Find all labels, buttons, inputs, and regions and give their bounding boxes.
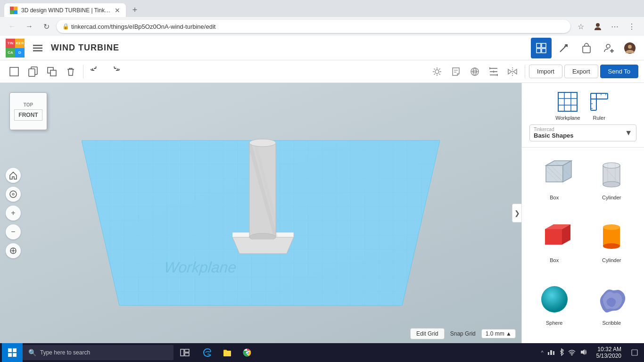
canvas-area[interactable]: TOP FRONT + − [0,83,521,343]
start-button[interactable] [2,343,23,362]
collapse-panel-button[interactable]: ❯ [512,204,521,222]
svg-rect-0 [10,7,14,10]
file-explorer-button[interactable] [218,343,237,362]
shape-label-box-red: Box [550,257,559,263]
taskbar-clock[interactable]: 10:32 AM 5/13/2020 [593,346,625,359]
hamburger-menu-button[interactable] [30,41,45,56]
shape-label-cylinder-wireframe: Cylinder [602,195,621,200]
reload-button[interactable]: ↻ [40,20,53,33]
logo-br: D [15,48,25,58]
svg-text:Workplane: Workplane [164,259,237,276]
duplicate-button[interactable] [43,63,60,80]
shape-item-cylinder-orange[interactable]: Cylinder [585,216,639,275]
forward-button[interactable]: → [23,20,36,33]
svg-rect-103 [185,353,189,356]
grid-3d-icon [536,42,547,54]
lock-icon: 🔒 [62,23,69,30]
edge-button[interactable] [198,343,217,362]
shape-item-box-wireframe[interactable]: Box [528,153,581,212]
tinker-button[interactable] [553,38,574,58]
svg-rect-102 [185,349,189,352]
tinkercad-logo[interactable]: TIN KER CA D [6,39,25,58]
address-input[interactable]: 🔒 tinkercad.com/things/eIBp5Oz0OnA-wind-… [57,20,570,33]
bookmark-button[interactable]: ☆ [574,20,587,33]
chevron-right-icon: ❯ [514,209,520,217]
undo-button[interactable] [87,63,104,80]
wifi-icon[interactable] [568,349,576,357]
svg-rect-7 [33,50,42,51]
shape-item-box-red[interactable]: Box [528,216,581,275]
redo-button[interactable] [106,63,123,80]
notes-button[interactable] [447,63,464,80]
new-workplane-button[interactable] [6,63,23,80]
new-tab-button[interactable]: + [128,3,141,16]
taskbar: 🔍 Type here to search [0,343,644,362]
show-hidden-icons-button[interactable]: ^ [541,350,543,355]
add-user-button[interactable] [599,38,619,58]
address-bar: ← → ↻ 🔒 tinkercad.com/things/eIBp5Oz0OnA… [0,17,644,36]
chrome-button[interactable] [238,343,256,362]
shape-preview-cylinder-orange [593,218,630,255]
snap-button[interactable] [485,63,502,80]
shapes-category-dropdown[interactable]: Tinkercad Basic Shapes ▼ [529,124,636,141]
toolbar-separator-2 [525,65,525,78]
profile-button[interactable] [591,20,604,33]
shape-item-sphere-teal[interactable]: Sphere [528,279,581,337]
svg-rect-3 [14,10,17,14]
copy-paste-button[interactable] [25,63,41,80]
svg-point-4 [596,23,600,27]
profile-icon [593,22,603,31]
taskbar-search[interactable]: 🔍 Type here to search [23,345,173,360]
user-avatar[interactable] [621,40,638,57]
search-placeholder: Type here to search [40,349,90,356]
pickaxe-icon [558,42,570,54]
view-button[interactable] [466,63,483,80]
active-tab[interactable]: 3D design WIND TURBINE | Tinke... ✕ [4,3,126,17]
svg-point-19 [628,45,632,49]
svg-line-31 [439,74,440,74]
edge-icon [203,348,212,357]
shape-item-cylinder-wireframe[interactable]: Cylinder [585,153,639,212]
bluetooth-icon[interactable] [559,348,564,357]
toolbar: Import Export Send To [0,60,644,83]
browser-menu-button[interactable]: ⋮ [625,20,638,33]
workplane-tool[interactable]: Workplane [555,90,580,121]
bag-icon [581,42,592,54]
edit-grid-button[interactable]: Edit Grid [410,328,445,339]
light-icon [432,66,442,77]
tab-bar: 3D design WIND TURBINE | Tinke... ✕ + [0,0,644,17]
gallery-button[interactable] [576,38,597,58]
svg-point-94 [603,224,620,230]
snap-grid-value[interactable]: 1.0 mm ▲ [481,329,516,338]
network-status-icon [547,348,555,356]
box-wireframe-svg [537,156,572,192]
notification-center-button[interactable] [627,343,642,362]
chevron-down-icon: ▼ [625,129,632,137]
shape-label-cylinder-orange: Cylinder [602,257,621,263]
svg-rect-110 [553,351,554,355]
extensions-button[interactable]: ⋯ [608,20,621,33]
svg-point-86 [603,181,620,187]
light-button[interactable] [429,63,446,80]
task-view-button[interactable] [175,343,194,362]
mirror-button[interactable] [504,63,521,80]
svg-point-62 [249,139,276,147]
delete-button[interactable] [62,63,79,80]
url-text: tinkercad.com/things/eIBp5Oz0OnA-wind-tu… [71,23,215,30]
svg-rect-10 [537,49,541,53]
shape-item-scribble-blue[interactable]: Scribble [585,279,639,337]
network-icon[interactable] [547,348,555,357]
ruler-tool[interactable]: Ruler [588,90,611,121]
task-view-icon [180,348,190,357]
export-button[interactable]: Export [564,65,598,78]
tab-title: 3D design WIND TURBINE | Tinke... [21,7,111,14]
volume-icon[interactable] [579,349,587,357]
send-to-button[interactable]: Send To [600,65,638,78]
svg-point-107 [246,352,248,354]
svg-marker-90 [545,229,562,245]
svg-point-96 [541,286,568,313]
import-button[interactable]: Import [529,65,562,78]
back-button[interactable]: ← [6,20,19,33]
tab-close-button[interactable]: ✕ [115,7,120,14]
3d-view-button[interactable] [531,38,552,58]
